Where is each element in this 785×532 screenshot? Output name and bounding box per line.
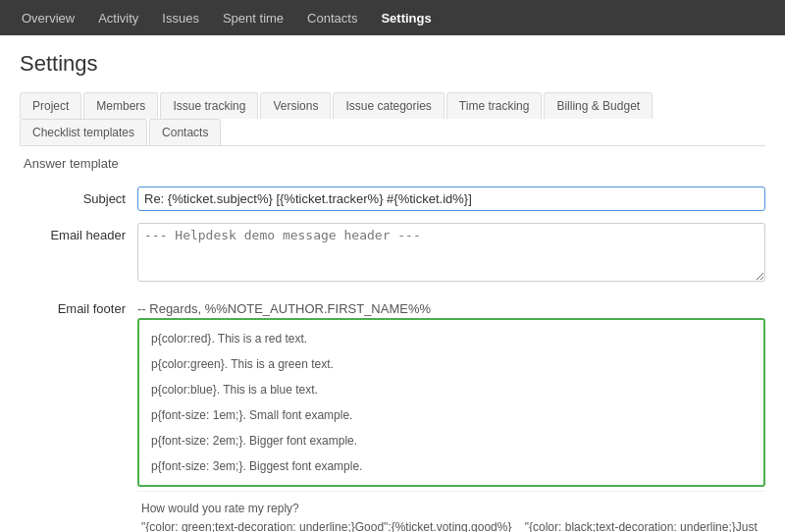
nav-spent-time[interactable]: Spent time [211,0,295,35]
email-header-textarea[interactable] [137,223,765,282]
nav-activity[interactable]: Activity [86,0,150,35]
email-footer-field: -- Regards, %%NOTE_AUTHOR.FIRST_NAME%% p… [137,296,765,532]
tab-checklist-templates[interactable]: Checklist templates [20,119,147,145]
tab-project[interactable]: Project [20,92,81,119]
tab-members[interactable]: Members [83,92,158,119]
section-title: Answer template [20,146,765,179]
subject-label: Subject [20,186,137,206]
email-header-field [137,223,765,285]
tab-billing-budget[interactable]: Billing & Budget [544,92,653,119]
subject-input[interactable] [137,186,765,211]
editor-box[interactable]: p{color:red}. This is a red text. p{colo… [137,318,765,487]
email-header-row: Email header [20,223,765,285]
sub-tabs: Project Members Issue tracking Versions … [20,92,765,146]
editor-line-2: p{color:blue}. This is a blue text. [151,381,752,399]
email-footer-label: Email footer [20,296,137,316]
tab-time-tracking[interactable]: Time tracking [446,92,543,119]
nav-issues[interactable]: Issues [150,0,211,35]
subject-row: Subject [20,186,765,211]
nav-overview[interactable]: Overview [10,0,86,35]
tab-issue-tracking[interactable]: Issue tracking [160,92,258,119]
tab-contacts[interactable]: Contacts [149,119,221,145]
editor-line-3: p{font-size: 1em;}. Small font example. [151,406,752,424]
email-footer-row: Email footer -- Regards, %%NOTE_AUTHOR.F… [20,296,765,532]
email-header-label: Email header [20,223,137,242]
subject-field [137,186,765,211]
editor-line-5: p{font-size: 3em;}. Biggest font example… [151,457,752,475]
footer-preview: How would you rate my reply? "{color: gr… [137,491,765,532]
top-nav: Overview Activity Issues Spent time Cont… [0,0,785,35]
nav-contacts[interactable]: Contacts [295,0,369,35]
editor-line-1: p{color:green}. This is a green text. [151,355,752,373]
page-title: Settings [20,51,765,77]
answer-template-form: Subject Email header Email footer -- Reg… [20,179,765,532]
editor-line-0: p{color:red}. This is a red text. [151,330,752,347]
nav-settings[interactable]: Settings [369,0,443,35]
page-content: Settings Project Members Issue tracking … [0,35,785,532]
tab-issue-categories[interactable]: Issue categories [333,92,444,119]
tab-versions[interactable]: Versions [260,92,331,119]
editor-line-4: p{font-size: 2em;}. Bigger font example. [151,432,752,450]
email-footer-value: -- Regards, %%NOTE_AUTHOR.FIRST_NAME%% [137,296,765,316]
